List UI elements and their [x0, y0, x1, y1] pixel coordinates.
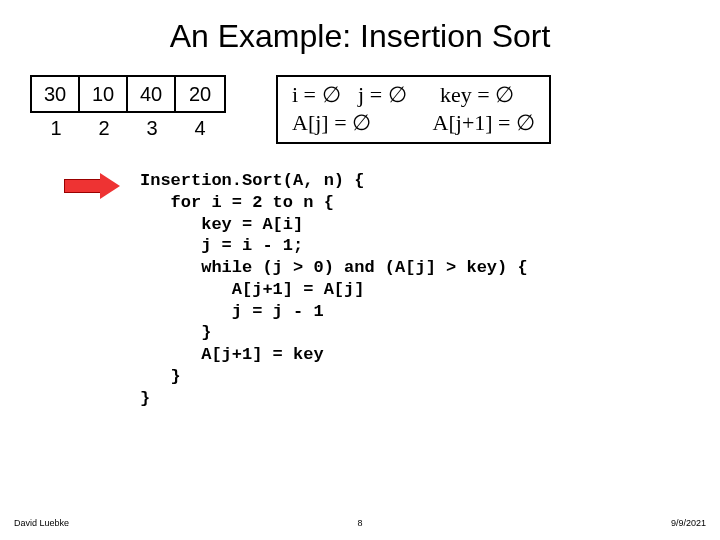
- pointer-arrow: [64, 175, 120, 197]
- array-cell: 40: [128, 77, 176, 111]
- footer-page: 8: [357, 518, 362, 528]
- state-aj1: A[j+1] = ∅: [433, 109, 535, 137]
- array-block: 30 10 40 20 1 2 3 4: [30, 75, 226, 140]
- array-cell: 20: [176, 77, 224, 111]
- code-block: Insertion.Sort(A, n) { for i = 2 to n { …: [140, 170, 528, 409]
- state-i: i = ∅: [292, 81, 341, 109]
- array-cell: 10: [80, 77, 128, 111]
- array-indices: 1 2 3 4: [30, 113, 226, 140]
- array-cells: 30 10 40 20: [30, 75, 226, 113]
- state-aj: A[j] = ∅: [292, 109, 371, 137]
- array-index: 4: [176, 113, 224, 140]
- footer-date: 9/9/2021: [671, 518, 706, 528]
- state-box: i = ∅ j = ∅ key = ∅ A[j] = ∅ A[j+1] = ∅: [276, 75, 551, 144]
- array-index: 2: [80, 113, 128, 140]
- top-row: 30 10 40 20 1 2 3 4 i = ∅ j = ∅ key = ∅ …: [0, 75, 720, 144]
- array-index: 3: [128, 113, 176, 140]
- arrow-icon: [64, 175, 120, 197]
- state-key: key = ∅: [440, 81, 514, 109]
- array-cell: 30: [32, 77, 80, 111]
- footer-author: David Luebke: [14, 518, 69, 528]
- array-index: 1: [32, 113, 80, 140]
- slide-title: An Example: Insertion Sort: [0, 0, 720, 75]
- state-j: j = ∅: [358, 81, 407, 109]
